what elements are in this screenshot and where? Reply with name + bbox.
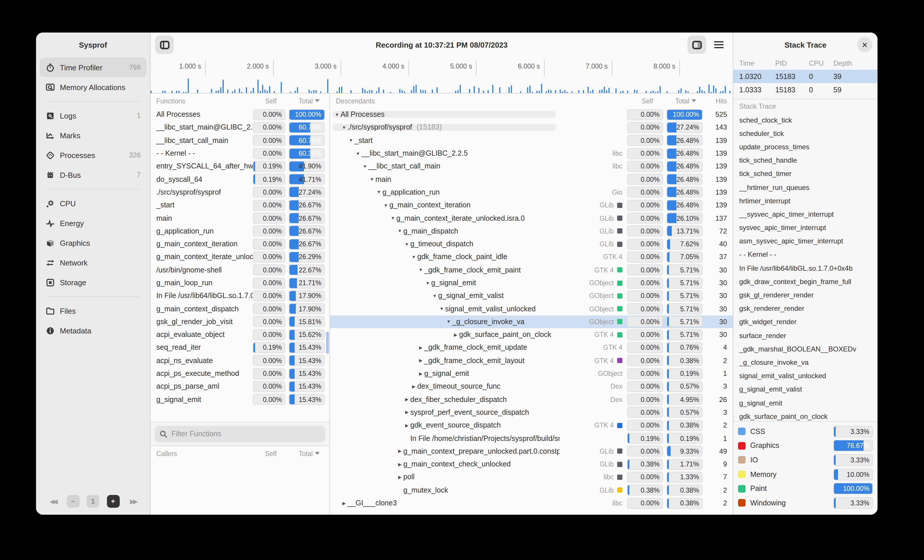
function-row[interactable]: g_main_loop_run0.00%21.71%: [150, 277, 330, 290]
expander-open-icon[interactable]: ▼: [382, 202, 389, 208]
descendants-self-column-header[interactable]: Self: [628, 97, 666, 104]
expander-closed-icon[interactable]: ▶: [417, 371, 424, 376]
sidebar-item-network[interactable]: Network: [39, 253, 147, 273]
sidebar-item-energy[interactable]: Energy: [39, 213, 147, 233]
function-row[interactable]: acpi_ns_evaluate0.00%15.43%: [150, 354, 330, 367]
stack-frame[interactable]: - - Kernel - -: [734, 248, 878, 261]
descendant-row[interactable]: ▶gdk_event_source_dispatchGTK 40.00%0.38…: [330, 419, 733, 432]
sidebar-item-graphics[interactable]: Graphics: [39, 233, 147, 253]
function-row[interactable]: ./src/sysprof/sysprof0.00%27.24%: [150, 186, 330, 199]
function-row[interactable]: All Processes0.00%100.00%: [150, 108, 330, 121]
stack-frame[interactable]: g_signal_emit_valist: [734, 383, 878, 396]
expander-closed-icon[interactable]: ▶: [396, 461, 403, 467]
expander-open-icon[interactable]: ▼: [396, 229, 403, 234]
stack-frame[interactable]: tick_sched_handle: [734, 154, 878, 167]
time-column-header[interactable]: Time: [734, 59, 775, 67]
toggle-left-sidebar-button[interactable]: [155, 36, 174, 54]
descendant-row[interactable]: ▼g_main_context_iterate_unlocked.isra.0G…: [330, 212, 733, 225]
descendant-row[interactable]: ▼signal_emit_valist_unlockedGObject0.00%…: [330, 302, 733, 316]
stack-frame[interactable]: update_process_times: [734, 140, 878, 154]
descendant-row[interactable]: ▼main0.00%26.48%139: [330, 173, 733, 186]
expander-open-icon[interactable]: ▼: [389, 216, 396, 221]
expander-closed-icon[interactable]: ▶: [340, 500, 348, 506]
expander-closed-icon[interactable]: ▶: [403, 397, 410, 402]
callers-column-header[interactable]: Callers: [150, 450, 253, 457]
function-row[interactable]: __libc_start_main@GLIBC_2.2.50.00%60.76%: [150, 121, 330, 134]
forward-button[interactable]: ▶▶: [127, 495, 140, 508]
descendant-row[interactable]: ▼g_main_dispatchGLib0.00%13.71%72: [330, 225, 733, 238]
expander-closed-icon[interactable]: ▶: [403, 410, 410, 415]
expander-open-icon[interactable]: ▼: [417, 267, 424, 273]
pid-column-header[interactable]: PID: [775, 59, 809, 67]
descendant-row[interactable]: ▼_g_closure_invoke_vaGObject0.00%5.71%30: [330, 316, 733, 328]
functions-column-header[interactable]: Functions: [150, 97, 253, 104]
function-row[interactable]: seq_read_iter0.19%15.43%: [150, 341, 330, 354]
expander-open-icon[interactable]: ▼: [403, 241, 410, 247]
stack-frame[interactable]: scheduler_tick: [734, 127, 878, 140]
stack-frame[interactable]: g_signal_emit: [734, 396, 878, 410]
descendant-row[interactable]: ▼All Processes0.00%100.00%525: [330, 108, 733, 121]
cpu-column-header[interactable]: CPU: [809, 59, 833, 67]
sidebar-item-files[interactable]: Files: [39, 301, 147, 320]
self-column-header[interactable]: Self: [253, 97, 289, 104]
stack-frame[interactable]: gsk_renderer_render: [734, 302, 878, 315]
descendant-row[interactable]: ▶polllibc0.00%1.33%7: [330, 471, 733, 484]
descendant-row[interactable]: ▼g_signal_emit_valistGObject0.00%5.71%30: [330, 289, 733, 302]
stack-frame[interactable]: hrtimer_interrupt: [734, 194, 878, 207]
function-row[interactable]: acpi_ps_parse_aml0.00%15.43%: [150, 380, 330, 393]
descendant-row[interactable]: ▶g_main_context_check_unlockedGLib0.38%1…: [330, 458, 733, 471]
expander-closed-icon[interactable]: ▶: [417, 345, 424, 350]
stack-frame[interactable]: sched_clock_tick: [734, 113, 878, 127]
descendants-total-column-header[interactable]: Total: [666, 97, 705, 104]
stack-frame[interactable]: asm_sysvec_apic_timer_interrupt: [734, 234, 878, 248]
expander-open-icon[interactable]: ▼: [424, 280, 431, 286]
toggle-right-panel-button[interactable]: [687, 36, 706, 54]
function-row[interactable]: g_main_context_iteration0.00%26.67%: [150, 238, 330, 251]
descendant-row[interactable]: ▼_start0.00%26.48%139: [330, 134, 733, 147]
total-column-header[interactable]: Total: [289, 97, 330, 104]
descendants-column-header[interactable]: Descendants: [330, 97, 628, 104]
sidebar-item-d-bus[interactable]: D-Bus7: [39, 165, 147, 185]
descendant-row[interactable]: ▶dex_fiber_scheduler_dispatchDex0.00%4.9…: [330, 393, 733, 406]
expander-open-icon[interactable]: ▼: [445, 319, 452, 325]
descendant-row[interactable]: ▶_gdk_frame_clock_emit_updateGTK 40.00%0…: [330, 341, 733, 354]
expander-closed-icon[interactable]: ▶: [452, 332, 459, 337]
descendant-row[interactable]: ▶sysprof_perf_event_source_dispatch0.00%…: [330, 406, 733, 419]
descendant-row[interactable]: ▼gdk_frame_clock_paint_idleGTK 40.00%7.0…: [330, 251, 733, 264]
descendant-row[interactable]: g_mutex_lockGLib0.38%0.38%2: [330, 484, 733, 497]
expander-open-icon[interactable]: ▼: [334, 112, 340, 117]
descendant-row[interactable]: ▼__libc_start_call_mainlibc0.00%26.48%13…: [330, 160, 733, 173]
descendant-row[interactable]: ▼_gdk_frame_clock_emit_paintGTK 40.00%5.…: [330, 264, 733, 277]
expander-open-icon[interactable]: ▼: [362, 164, 369, 169]
descendant-row[interactable]: In File /home/christian/Projects/sysprof…: [330, 432, 733, 445]
expander-open-icon[interactable]: ▼: [348, 138, 354, 143]
callers-total-column-header[interactable]: Total: [289, 450, 330, 457]
stack-frame[interactable]: gtk_widget_render: [734, 316, 878, 329]
sidebar-item-cpu[interactable]: CPU: [39, 193, 147, 213]
function-row[interactable]: acpi_ps_execute_method0.00%15.43%: [150, 367, 330, 380]
stack-frame[interactable]: sysvec_apic_timer_interrupt: [734, 221, 878, 234]
expander-closed-icon[interactable]: ▶: [417, 358, 424, 363]
expander-closed-icon[interactable]: ▶: [396, 449, 403, 454]
expander-open-icon[interactable]: ▼: [369, 177, 375, 182]
sidebar-item-metadata[interactable]: Metadata: [39, 320, 147, 340]
descendant-row[interactable]: ▶gdk_surface_paint_on_clockGTK 40.00%5.7…: [330, 328, 733, 341]
function-row[interactable]: g_main_context_dispatch0.00%17.90%: [150, 302, 330, 316]
function-row[interactable]: entry_SYSCALL_64_after_hwframe0.19%41.90…: [150, 160, 330, 173]
descendant-row[interactable]: ▼g_signal_emitGObject0.00%5.71%30: [330, 277, 733, 290]
descendant-row[interactable]: ▼__libc_start_main@GLIBC_2.2.5libc0.00%2…: [330, 147, 733, 160]
expander-open-icon[interactable]: ▼: [375, 190, 382, 195]
function-row[interactable]: main0.00%26.67%: [150, 212, 330, 225]
function-row[interactable]: /usr/bin/gnome-shell0.00%22.67%: [150, 264, 330, 277]
sample-row[interactable]: 1.033315183059: [734, 83, 878, 96]
close-panel-button[interactable]: ✕: [857, 37, 872, 52]
sidebar-item-time-profiler[interactable]: Time Profiler798: [39, 57, 147, 77]
depth-column-header[interactable]: Depth: [833, 59, 862, 67]
sidebar-item-processes[interactable]: Processes326: [39, 145, 147, 165]
expander-closed-icon[interactable]: ▶: [403, 423, 410, 428]
expander-open-icon[interactable]: ▼: [438, 306, 445, 311]
sidebar-item-storage[interactable]: Storage: [39, 273, 147, 292]
function-row[interactable]: g_signal_emit0.00%15.43%: [150, 393, 330, 406]
stack-frame[interactable]: _g_closure_invoke_va: [734, 356, 878, 369]
expander-closed-icon[interactable]: ▶: [410, 384, 417, 389]
